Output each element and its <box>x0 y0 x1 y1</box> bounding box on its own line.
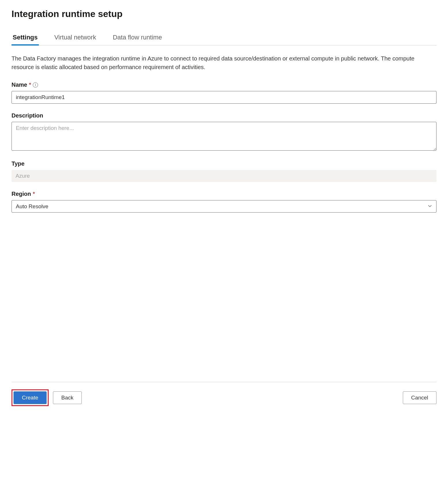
name-field-group: Name * i <box>12 82 436 104</box>
required-indicator: * <box>33 191 35 197</box>
intro-text: The Data Factory manages the integration… <box>12 54 436 71</box>
create-button[interactable]: Create <box>14 391 47 404</box>
info-icon[interactable]: i <box>33 82 38 88</box>
region-select-wrapper: Auto Resolve <box>12 200 436 213</box>
type-label: Type <box>12 160 436 167</box>
tab-virtual-network[interactable]: Virtual network <box>53 31 97 45</box>
description-label: Description <box>12 112 436 119</box>
footer-left: Create Back <box>12 389 82 406</box>
page-title: Integration runtime setup <box>12 9 436 19</box>
type-value: Azure <box>12 170 436 182</box>
name-label: Name * i <box>12 82 436 88</box>
name-label-text: Name <box>12 82 27 88</box>
back-button[interactable]: Back <box>53 391 82 404</box>
required-indicator: * <box>29 82 31 88</box>
tab-data-flow-runtime[interactable]: Data flow runtime <box>112 31 163 45</box>
description-input[interactable] <box>12 122 436 151</box>
region-select[interactable]: Auto Resolve <box>12 200 436 213</box>
name-input[interactable] <box>12 91 436 104</box>
type-label-text: Type <box>12 160 24 167</box>
cancel-button[interactable]: Cancel <box>403 391 436 404</box>
type-field-group: Type Azure <box>12 160 436 182</box>
tab-settings[interactable]: Settings <box>12 31 39 45</box>
region-label: Region * <box>12 191 436 197</box>
region-field-group: Region * Auto Resolve <box>12 191 436 213</box>
tabs-container: Settings Virtual network Data flow runti… <box>12 31 436 46</box>
description-field-group: Description <box>12 112 436 152</box>
create-highlight: Create <box>12 389 49 406</box>
description-label-text: Description <box>12 112 43 119</box>
footer: Create Back Cancel <box>12 382 436 406</box>
region-label-text: Region <box>12 191 31 197</box>
